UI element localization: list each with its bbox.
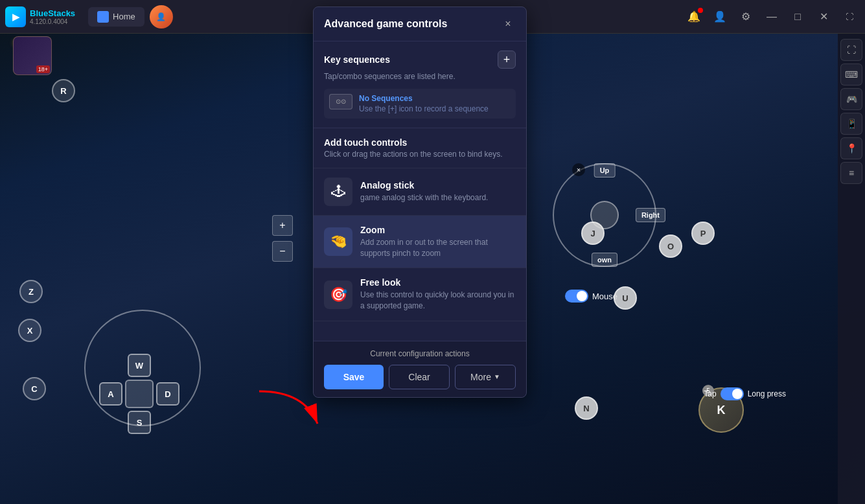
bluestacks-logo: ▶ BlueStacks 4.120.0.4004 (5, 6, 75, 27)
no-seq-title: No Sequences (359, 94, 489, 103)
bs-app-name: BlueStacks (30, 8, 75, 18)
add-touch-title: Add touch controls (324, 137, 516, 148)
dialog-header: Advanced game controls × (314, 7, 526, 41)
add-touch-subtitle: Click or drag the actions on the screen … (324, 150, 516, 159)
key-sequences-header: Key sequences + (324, 51, 516, 69)
topbar-right: 🔔 👤 ⚙ — □ ✕ ⛶ (684, 6, 860, 27)
key-sequences-title: Key sequences (324, 54, 390, 65)
save-button[interactable]: Save (324, 365, 384, 389)
expand-btn[interactable]: ⛶ (839, 6, 860, 27)
close-btn[interactable]: ✕ (813, 6, 834, 27)
analog-icon: 🕹 (331, 183, 345, 200)
dialog-body[interactable]: Key sequences + Tap/combo sequences are … (314, 41, 526, 341)
dialog-close-btn[interactable]: × (500, 16, 516, 32)
free-look-item[interactable]: 🎯 Free look Use this control to quickly … (314, 268, 526, 321)
bs-version: 4.120.0.4004 (30, 18, 75, 25)
more-button[interactable]: More ▼ (455, 365, 516, 389)
rs-expand-btn[interactable]: ⛶ (840, 39, 862, 61)
maximize-btn[interactable]: □ (787, 6, 808, 27)
zoom-control-item[interactable]: 🤏 Zoom Add zoom in or out to the screen … (314, 216, 526, 269)
home-tab-label: Home (113, 12, 135, 21)
more-chevron-icon: ▼ (494, 373, 500, 380)
free-look-text: Free look Use this control to quickly lo… (360, 277, 516, 312)
analog-text: Analog stick game analog stick with the … (360, 180, 516, 203)
minimize-btn[interactable]: — (761, 6, 782, 27)
zoom-icon: 🤏 (330, 233, 347, 250)
game-portrait: 18+ (13, 36, 52, 75)
free-look-icon-wrap: 🎯 (324, 281, 352, 309)
analog-icon-wrap: 🕹 (324, 178, 352, 206)
zoom-icon-wrap: 🤏 (324, 227, 352, 256)
advanced-controls-dialog: Advanced game controls × Key sequences +… (313, 6, 527, 398)
user-avatar[interactable]: 👤 (150, 5, 173, 29)
clear-button[interactable]: Clear (389, 365, 450, 389)
rs-keyboard-btn[interactable]: ⌨ (840, 63, 862, 86)
scroll-padding (314, 321, 526, 341)
no-sequences-item: ⊙⊙ No Sequences Use the [+] icon to reco… (324, 89, 516, 119)
bs-title-area: BlueStacks 4.120.0.4004 (30, 8, 75, 25)
age-rating: 18+ (36, 65, 50, 73)
rs-controls-btn[interactable]: 🎮 (840, 88, 862, 110)
add-sequence-btn[interactable]: + (498, 51, 516, 69)
free-look-name: Free look (360, 277, 516, 288)
sequence-icon: ⊙⊙ (329, 94, 352, 109)
rs-mobile-btn[interactable]: 📱 (840, 113, 862, 135)
key-sequences-section: Key sequences + Tap/combo sequences are … (314, 41, 526, 128)
notification-btn[interactable]: 🔔 (684, 6, 704, 27)
analog-stick-item[interactable]: 🕹 Analog stick game analog stick with th… (314, 168, 526, 216)
key-sequences-subtitle: Tap/combo sequences are listed here. (324, 71, 516, 82)
home-tab[interactable]: Home (88, 7, 144, 27)
footer-config-label: Current configuration actions (324, 349, 516, 358)
settings-btn[interactable]: ⚙ (735, 6, 756, 27)
rs-layers-btn[interactable]: ≡ (840, 162, 862, 184)
bs-logo-icon: ▶ (5, 6, 26, 27)
add-touch-section: Add touch controls Click or drag the act… (314, 128, 526, 168)
right-sidebar: ⛶ ⌨ 🎮 📱 📍 ≡ (838, 34, 865, 504)
notification-dot (698, 8, 703, 13)
no-seq-text-area: No Sequences Use the [+] icon to record … (359, 94, 489, 113)
no-seq-desc: Use the [+] icon to record a sequence (359, 104, 489, 113)
zoom-control-desc: Add zoom in or out to the screen that su… (360, 237, 516, 259)
free-look-icon: 🎯 (330, 286, 347, 303)
home-tab-icon (97, 11, 109, 23)
zoom-text: Zoom Add zoom in or out to the screen th… (360, 225, 516, 259)
free-look-desc: Use this control to quickly look around … (360, 290, 516, 312)
analog-name: Analog stick (360, 180, 516, 190)
footer-buttons: Save Clear More ▼ (324, 365, 516, 389)
profile-btn[interactable]: 👤 (709, 6, 730, 27)
zoom-control-name: Zoom (360, 225, 516, 235)
analog-desc: game analog stick with the keyboard. (360, 192, 516, 203)
dialog-title: Advanced game controls (324, 18, 447, 30)
rs-location-btn[interactable]: 📍 (840, 137, 862, 159)
dialog-footer: Current configuration actions Save Clear… (314, 341, 526, 397)
